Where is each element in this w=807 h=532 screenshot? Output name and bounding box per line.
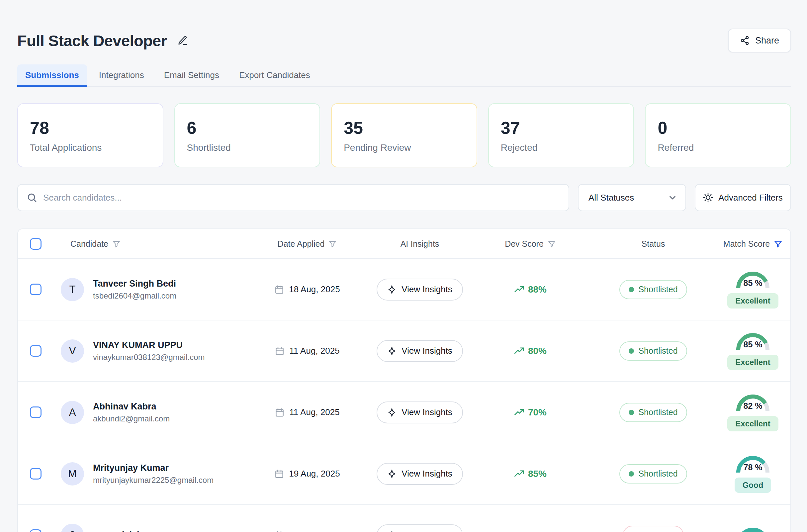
tab-submissions[interactable]: Submissions — [17, 64, 87, 87]
sparkle-icon — [387, 469, 397, 478]
table-row: M Mrityunjay Kumar mrityunjaykumar2225@g… — [18, 443, 790, 505]
candidate-email: mrityunjaykumar2225@gmail.com — [93, 476, 214, 485]
calendar-icon — [275, 346, 285, 356]
status-filter-select[interactable]: All Statuses — [578, 184, 686, 211]
tab-bar: Submissions Integrations Email Settings … — [17, 64, 791, 87]
match-badge: Good — [735, 477, 771, 493]
trend-up-icon — [514, 407, 524, 417]
candidate-name: Mrityunjay Kumar — [93, 463, 214, 473]
filter-icon-candidate[interactable] — [112, 240, 120, 248]
status-badge: Shortlisted — [619, 403, 687, 422]
candidate-name: Tanveer Singh Bedi — [93, 279, 176, 289]
stat-value: 6 — [187, 118, 308, 138]
view-insights-button[interactable]: View Insights — [377, 340, 463, 362]
match-score-value: 85 % — [744, 340, 763, 349]
table-header: Candidate Date Applied AI Insights Dev S… — [18, 229, 790, 259]
date-applied: 11 Aug, 2025 — [289, 346, 340, 356]
tab-export-candidates[interactable]: Export Candidates — [231, 64, 318, 87]
stat-referred: 0 Referred — [645, 103, 791, 167]
gear-icon — [703, 193, 713, 203]
topbar: Full Stack Developer Share — [17, 28, 791, 53]
avatar: V — [61, 339, 84, 363]
status-badge: Shortlisted — [619, 341, 687, 361]
avatar: S — [61, 524, 84, 532]
candidate-name: Abhinav Kabra — [93, 401, 170, 412]
stat-value: 35 — [344, 118, 465, 138]
view-insights-label: View Insights — [402, 530, 452, 532]
trend-up-icon — [514, 530, 524, 532]
table-row: T Tanveer Singh Bedi tsbedi2604@gmail.co… — [18, 259, 790, 321]
column-date-applied: Date Applied — [277, 239, 325, 249]
match-score-value: 78 % — [744, 462, 763, 472]
candidate-name: VINAY KUMAR UPPU — [93, 340, 205, 350]
sparkle-icon — [387, 285, 397, 294]
match-gauge: 85 % Excellent — [727, 332, 778, 370]
view-insights-button[interactable]: View Insights — [377, 279, 463, 301]
select-all-checkbox[interactable] — [30, 238, 41, 250]
advanced-filters-button[interactable]: Advanced Filters — [695, 184, 791, 211]
candidate-email: tsbedi2604@gmail.com — [93, 291, 176, 301]
stat-value: 0 — [657, 118, 779, 138]
status-badge: Rejected — [623, 526, 684, 532]
match-badge: Excellent — [727, 293, 778, 308]
view-insights-button[interactable]: View Insights — [377, 401, 463, 423]
stat-pending-review: 35 Pending Review — [331, 103, 477, 167]
view-insights-button[interactable]: View Insights — [377, 463, 463, 485]
share-button[interactable]: Share — [728, 28, 791, 53]
row-checkbox[interactable] — [30, 345, 41, 357]
avatar: M — [61, 462, 84, 486]
search-input[interactable] — [43, 193, 560, 203]
date-applied: 19 Aug, 2025 — [289, 469, 340, 479]
tab-email-settings[interactable]: Email Settings — [156, 64, 227, 87]
status-badge: Shortlisted — [619, 464, 687, 483]
column-status: Status — [641, 239, 665, 249]
chevron-down-icon — [668, 193, 677, 202]
column-ai-insights: AI Insights — [401, 239, 439, 249]
share-icon — [740, 36, 750, 45]
calendar-icon — [274, 469, 284, 479]
dev-score-value: 85% — [528, 469, 546, 479]
avatar: A — [61, 401, 84, 424]
dev-score-value: 80% — [528, 530, 546, 532]
view-insights-label: View Insights — [402, 407, 452, 417]
edit-title-button[interactable] — [177, 35, 188, 46]
status-label: Rejected — [641, 530, 674, 532]
stat-value: 37 — [501, 118, 622, 138]
stats-row: 78 Total Applications 6 Shortlisted 35 P… — [17, 103, 791, 167]
stat-shortlisted: 6 Shortlisted — [174, 103, 321, 167]
calendar-icon — [274, 530, 284, 532]
match-gauge: 85 % Excellent — [727, 270, 778, 308]
trend-up-icon — [514, 469, 524, 479]
stat-total-applications: 78 Total Applications — [17, 103, 164, 167]
table-row: V VINAY KUMAR UPPU vinaykumar038123@gmai… — [18, 321, 790, 382]
stat-label: Shortlisted — [187, 142, 308, 153]
column-candidate: Candidate — [71, 239, 108, 249]
view-insights-label: View Insights — [402, 284, 452, 294]
view-insights-label: View Insights — [402, 469, 452, 479]
status-dot-icon — [629, 287, 634, 292]
filter-icon-date-applied[interactable] — [328, 240, 337, 248]
status-badge: Shortlisted — [619, 280, 687, 299]
status-label: Shortlisted — [638, 285, 677, 294]
column-match-score: Match Score — [723, 239, 770, 249]
stat-label: Pending Review — [344, 142, 465, 153]
share-label: Share — [755, 36, 779, 46]
tab-integrations[interactable]: Integrations — [91, 64, 152, 87]
row-checkbox[interactable] — [30, 468, 41, 479]
row-checkbox[interactable] — [30, 284, 41, 295]
stat-value: 78 — [30, 118, 151, 138]
filter-icon-match-score-active[interactable] — [774, 240, 783, 248]
match-score-value: 82 % — [744, 401, 763, 411]
status-filter-value: All Statuses — [589, 193, 634, 203]
status-dot-icon — [629, 410, 634, 415]
match-gauge: 82 % Excellent — [727, 393, 778, 431]
pencil-icon — [177, 35, 188, 46]
view-insights-button[interactable]: View Insights — [377, 524, 463, 532]
match-badge: Excellent — [727, 416, 778, 431]
table-row: A Abhinav Kabra akbundi2@gmail.com 11 Au… — [18, 382, 790, 443]
date-applied: 21 Aug, 2025 — [289, 530, 340, 532]
status-dot-icon — [629, 471, 634, 477]
filter-icon-dev-score[interactable] — [547, 240, 556, 248]
row-checkbox[interactable] — [30, 529, 41, 532]
row-checkbox[interactable] — [30, 406, 41, 418]
